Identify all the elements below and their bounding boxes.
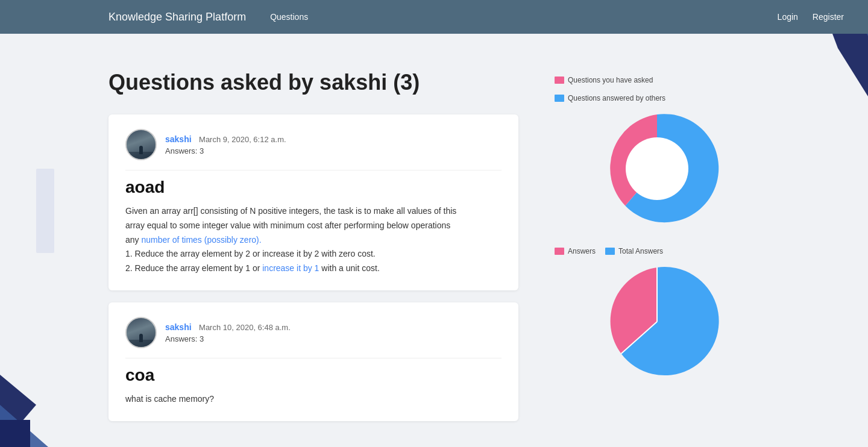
question-card: sakshi March 10, 2020, 6:48 a.m. Answers… bbox=[108, 302, 518, 421]
question-title[interactable]: aoad bbox=[125, 178, 502, 197]
legend-dot-pink bbox=[555, 77, 564, 84]
question-title[interactable]: coa bbox=[125, 366, 502, 385]
card-header: sakshi March 9, 2020, 6:12 a.m. Answers:… bbox=[125, 129, 502, 160]
question-card: sakshi March 9, 2020, 6:12 a.m. Answers:… bbox=[108, 114, 518, 290]
chart2-legend: Answers Total Answers bbox=[555, 247, 760, 255]
legend-label-asked: Questions you have asked bbox=[568, 76, 653, 84]
legend-item-total: Total Answers bbox=[605, 247, 663, 255]
register-link[interactable]: Register bbox=[813, 12, 844, 22]
question-body: what is cache memory? bbox=[125, 392, 502, 407]
avatar bbox=[125, 317, 157, 348]
chart1-container bbox=[555, 108, 760, 229]
avatar bbox=[125, 129, 157, 160]
pie-chart-2 bbox=[597, 261, 717, 382]
card-meta: sakshi March 10, 2020, 6:48 a.m. Answers… bbox=[165, 322, 502, 343]
legend-item-answers: Answers bbox=[555, 247, 596, 255]
card-author[interactable]: sakshi bbox=[165, 322, 192, 332]
card-answers-count: Answers: 3 bbox=[165, 334, 502, 343]
chart2-container bbox=[555, 261, 760, 382]
main-container: Questions asked by sakshi (3) sakshi Mar… bbox=[0, 34, 868, 447]
auth-links: Login Register bbox=[778, 12, 844, 22]
card-author[interactable]: sakshi bbox=[165, 134, 192, 144]
charts-area: Questions you have asked Questions answe… bbox=[555, 70, 760, 433]
page-title: Questions asked by sakshi (3) bbox=[108, 70, 518, 95]
legend-dot-blue bbox=[555, 95, 564, 102]
legend-dot-blue2 bbox=[605, 248, 615, 255]
app-title: Knowledge Sharing Platform bbox=[108, 11, 246, 23]
question-body: Given an array arr[] consisting of N pos… bbox=[125, 204, 502, 276]
legend-item-answered: Questions answered by others bbox=[555, 94, 665, 102]
card-date: March 10, 2020, 6:48 a.m. bbox=[199, 323, 291, 332]
card-header: sakshi March 10, 2020, 6:48 a.m. Answers… bbox=[125, 317, 502, 348]
header: Knowledge Sharing Platform Questions Log… bbox=[0, 0, 868, 34]
card-answers-count: Answers: 3 bbox=[165, 146, 502, 155]
login-link[interactable]: Login bbox=[778, 12, 798, 22]
nav-questions[interactable]: Questions bbox=[270, 12, 308, 22]
chart1-legend: Questions you have asked Questions answe… bbox=[555, 76, 760, 102]
questions-list: Questions asked by sakshi (3) sakshi Mar… bbox=[108, 70, 518, 433]
legend-label-answered: Questions answered by others bbox=[568, 94, 665, 102]
legend-item-asked: Questions you have asked bbox=[555, 76, 653, 84]
card-meta: sakshi March 9, 2020, 6:12 a.m. Answers:… bbox=[165, 134, 502, 155]
legend-label-answers: Answers bbox=[568, 247, 596, 255]
donut-chart-1 bbox=[597, 108, 717, 229]
card-date: March 9, 2020, 6:12 a.m. bbox=[199, 135, 286, 144]
legend-label-total: Total Answers bbox=[618, 247, 663, 255]
legend-dot-pink2 bbox=[555, 248, 564, 255]
main-nav: Questions bbox=[270, 11, 322, 22]
